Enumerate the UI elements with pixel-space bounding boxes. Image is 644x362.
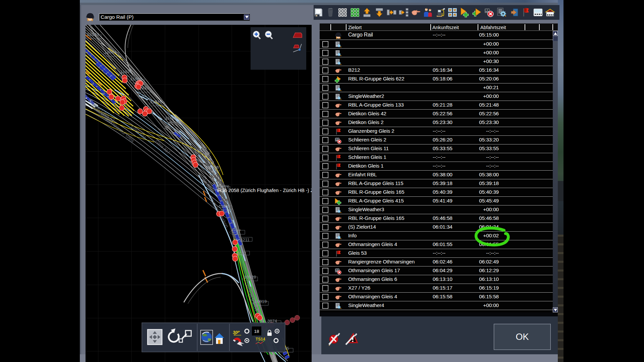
svg-text:11915: 11915 bbox=[150, 99, 162, 104]
svg-text:12143: 12143 bbox=[87, 32, 99, 37]
svg-text:1137: 1137 bbox=[231, 229, 241, 234]
svg-text:10928: 10928 bbox=[244, 275, 256, 280]
svg-text:12084: 12084 bbox=[104, 50, 116, 55]
svg-text:11865: 11865 bbox=[165, 116, 177, 121]
svg-text:11975: 11975 bbox=[195, 148, 207, 154]
svg-text:IR36 2058 (Zürich Flughafen -: IR36 2058 (Zürich Flughafen - Zürich HB … bbox=[217, 188, 312, 193]
svg-text:30°: 30° bbox=[233, 330, 239, 335]
svg-text:18: 18 bbox=[254, 329, 259, 334]
svg-text:3211: 3211 bbox=[240, 237, 250, 242]
svg-text:11396: 11396 bbox=[207, 165, 219, 170]
svg-text:11116: 11116 bbox=[219, 204, 230, 209]
svg-text:11974: 11974 bbox=[120, 69, 132, 74]
svg-text:Gleis 317: Gleis 317 bbox=[154, 139, 171, 155]
svg-text:4037: 4037 bbox=[236, 251, 246, 256]
